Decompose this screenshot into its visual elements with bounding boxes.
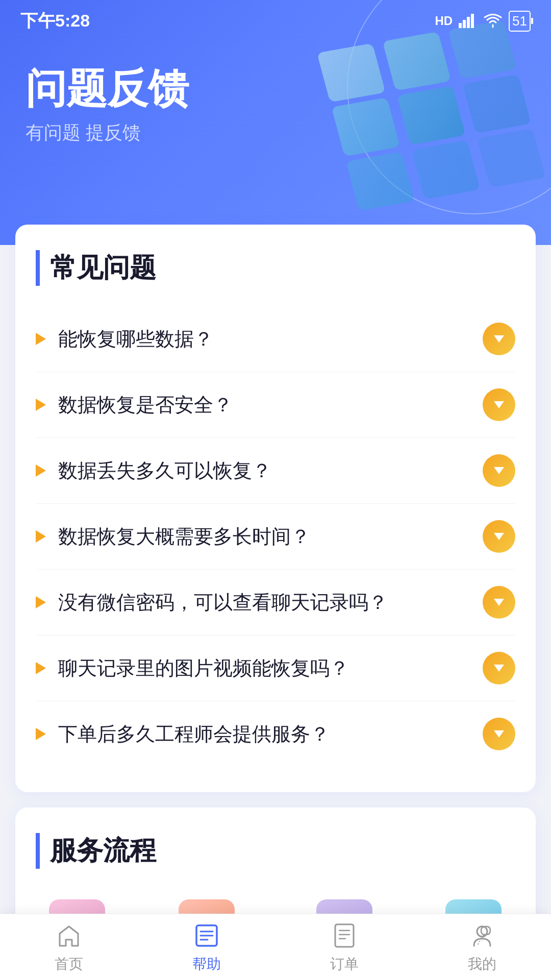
nav-item-mine[interactable]: 我的 [467, 921, 497, 974]
faq-item-2[interactable]: 数据恢复是否安全？ [36, 372, 515, 438]
faq-section-title: 常见问题 [36, 250, 515, 286]
main-content: 常见问题 能恢复哪些数据？ 数据恢复是否安全？ 数据丢失多久可以恢复？ [0, 225, 551, 980]
faq-text-3: 数据丢失多久可以恢复？ [58, 458, 271, 484]
svg-rect-2 [467, 17, 470, 28]
signal-icon [459, 14, 477, 28]
faq-item-4[interactable]: 数据恢复大概需要多长时间？ [36, 504, 515, 570]
mine-icon [467, 921, 497, 950]
faq-expand-6[interactable] [483, 652, 515, 684]
status-time: 下午5:28 [20, 9, 90, 33]
nav-label-mine: 我的 [468, 954, 496, 974]
faq-card: 常见问题 能恢复哪些数据？ 数据恢复是否安全？ 数据丢失多久可以恢复？ [15, 225, 536, 792]
faq-bullet-5 [36, 596, 46, 608]
cubes-decoration [337, 31, 551, 225]
battery-indicator: 51 [509, 11, 531, 32]
nav-label-home: 首页 [55, 954, 83, 974]
faq-bullet-6 [36, 662, 46, 674]
faq-bullet-1 [36, 333, 46, 345]
faq-text-6: 聊天记录里的图片视频能恢复吗？ [58, 655, 349, 681]
wifi-icon [483, 14, 503, 28]
faq-item-5[interactable]: 没有微信密码，可以查看聊天记录吗？ [36, 570, 515, 635]
faq-bullet-2 [36, 399, 46, 411]
faq-text-7: 下单后多久工程师会提供服务？ [58, 721, 330, 747]
faq-expand-7[interactable] [483, 718, 515, 750]
nav-item-home[interactable]: 首页 [54, 921, 84, 974]
faq-bullet-4 [36, 530, 46, 543]
faq-text-5: 没有微信密码，可以查看聊天记录吗？ [58, 590, 388, 616]
nav-item-help[interactable]: 帮助 [192, 921, 221, 974]
help-icon [192, 921, 221, 950]
faq-expand-2[interactable] [483, 388, 515, 421]
faq-item-1[interactable]: 能恢复哪些数据？ [36, 306, 515, 372]
home-icon [54, 921, 84, 950]
faq-expand-3[interactable] [483, 454, 515, 487]
nav-label-orders: 订单 [330, 954, 359, 974]
faq-bullet-7 [36, 728, 46, 740]
faq-expand-5[interactable] [483, 586, 515, 619]
nav-label-help: 帮助 [192, 954, 221, 974]
service-flow-title: 服务流程 [36, 833, 515, 869]
faq-text-4: 数据恢复大概需要多长时间？ [58, 524, 310, 550]
faq-expand-4[interactable] [483, 520, 515, 553]
svg-rect-3 [471, 14, 474, 28]
orders-icon [330, 921, 359, 950]
faq-item-6[interactable]: 聊天记录里的图片视频能恢复吗？ [36, 635, 515, 701]
bottom-nav: 首页 帮助 订单 [0, 914, 551, 980]
faq-expand-1[interactable] [483, 323, 515, 355]
svg-rect-21 [335, 924, 354, 947]
nav-item-orders[interactable]: 订单 [330, 921, 359, 974]
faq-text-2: 数据恢复是否安全？ [58, 392, 233, 418]
status-bar: 下午5:28 HD 51 [0, 0, 551, 38]
faq-item-3[interactable]: 数据丢失多久可以恢复？ [36, 438, 515, 504]
hd-icon: HD [435, 14, 453, 28]
svg-rect-1 [463, 20, 466, 28]
faq-text-1: 能恢复哪些数据？ [58, 326, 213, 352]
faq-item-7[interactable]: 下单后多久工程师会提供服务？ [36, 701, 515, 767]
status-icons: HD 51 [435, 11, 531, 32]
faq-bullet-3 [36, 464, 46, 477]
svg-rect-0 [459, 23, 462, 28]
